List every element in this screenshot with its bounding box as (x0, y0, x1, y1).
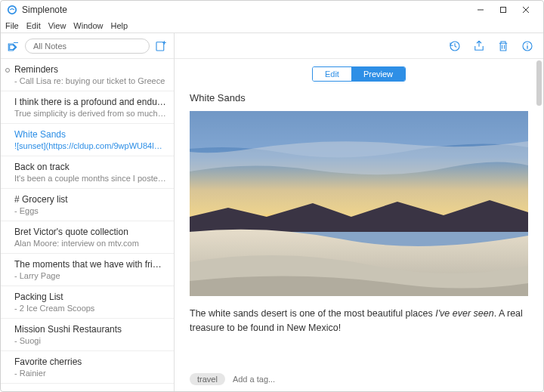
window-close-button[interactable] (515, 2, 537, 17)
mode-toggle-row: Edit Preview (175, 59, 543, 86)
app-title: Simplenote (22, 5, 67, 15)
svg-point-0 (8, 6, 17, 14)
note-title: Reminders (14, 64, 166, 75)
note-image (190, 111, 528, 296)
menu-window[interactable]: Window (73, 21, 103, 30)
note-excerpt: - Larry Page (14, 271, 166, 280)
note-text: The white sands desert is one of the mos… (190, 308, 435, 319)
note-title: Back on track (14, 162, 166, 172)
note-excerpt: - Suogi (14, 336, 166, 345)
note-excerpt: - 2 Ice Cream Scoops (14, 304, 166, 313)
pin-icon (5, 68, 10, 73)
note-title: Mission Sushi Restaurants (14, 324, 166, 335)
app-icon (7, 5, 17, 15)
note-item[interactable]: White Sands ![sunset](https://cldup.com/… (1, 124, 174, 156)
tags-icon[interactable] (7, 39, 20, 53)
window-maximize-button[interactable] (492, 2, 515, 17)
menubar: File Edit View Window Help (1, 19, 543, 32)
titlebar: Simplenote (1, 1, 543, 19)
mode-toggle: Edit Preview (312, 66, 406, 82)
editor-panel: Edit Preview White Sands (175, 33, 543, 391)
tag-row: travel (175, 369, 543, 391)
svg-rect-5 (156, 42, 164, 50)
note-title: Bret Victor's quote collection (14, 227, 166, 237)
info-icon[interactable] (521, 39, 534, 53)
note-item[interactable]: The moments that we have with friends ..… (1, 254, 174, 286)
note-excerpt: - Call Lisa re: buying our ticket to Gre… (14, 76, 166, 85)
note-item[interactable]: Back on track It's been a couple months … (1, 156, 174, 189)
tag-chip[interactable]: travel (190, 373, 225, 385)
note-title: White Sands (14, 129, 166, 140)
add-tag-input[interactable] (231, 374, 338, 384)
mode-edit-tab[interactable]: Edit (313, 67, 351, 81)
note-item[interactable]: Mission Sushi Restaurants - Suogi (1, 319, 174, 351)
note-body: White Sands (175, 86, 543, 369)
search-input[interactable] (25, 39, 150, 54)
menu-help[interactable]: Help (110, 21, 128, 30)
menu-view[interactable]: View (48, 21, 66, 30)
note-excerpt: Alan Moore: interview on mtv.com (14, 239, 166, 248)
note-excerpt: - Rainier (14, 369, 166, 378)
new-note-button[interactable] (154, 39, 168, 53)
note-heading: White Sands (190, 92, 528, 103)
note-item[interactable]: I think there is a profound and enduring… (1, 91, 174, 124)
note-item[interactable]: Packing List - 2 Ice Cream Scoops (1, 286, 174, 319)
note-item[interactable]: # Grocery list - Eggs (1, 189, 174, 221)
note-paragraph: The white sands desert is one of the mos… (190, 307, 528, 335)
note-excerpt: It's been a couple months since I posted… (14, 174, 166, 183)
trash-icon[interactable] (496, 39, 510, 53)
history-icon[interactable] (448, 39, 462, 53)
note-excerpt: ![sunset](https://cldup.com/9wpWU84l3n.j… (14, 141, 166, 150)
share-icon[interactable] (472, 39, 486, 53)
editor-toolbar (175, 33, 543, 59)
note-title: Packing List (14, 292, 166, 302)
note-list: Reminders - Call Lisa re: buying our tic… (1, 59, 174, 391)
note-title: # Grocery list (14, 194, 166, 205)
note-item[interactable]: Favorite cherries - Rainier (1, 351, 174, 384)
note-title: I think there is a profound and enduring (14, 97, 166, 107)
note-excerpt: True simplicity is derived from so much … (14, 109, 166, 118)
svg-point-11 (527, 43, 528, 45)
scrollbar-thumb[interactable] (536, 60, 542, 106)
svg-rect-2 (501, 8, 506, 13)
menu-edit[interactable]: Edit (26, 21, 41, 30)
note-item[interactable]: Bret Victor's quote collection Alan Moor… (1, 221, 174, 254)
sidebar-toolbar (1, 33, 174, 59)
note-title: Favorite cherries (14, 357, 166, 367)
menu-file[interactable]: File (5, 21, 19, 30)
sidebar: Reminders - Call Lisa re: buying our tic… (1, 33, 175, 391)
note-excerpt: - Eggs (14, 206, 166, 215)
note-em: I've ever seen (435, 308, 493, 319)
scrollbar[interactable] (536, 60, 542, 390)
window-minimize-button[interactable] (469, 2, 492, 17)
mode-preview-tab[interactable]: Preview (351, 67, 405, 81)
note-item[interactable]: Reminders - Call Lisa re: buying our tic… (1, 59, 174, 91)
note-title: The moments that we have with friends ..… (14, 259, 166, 270)
